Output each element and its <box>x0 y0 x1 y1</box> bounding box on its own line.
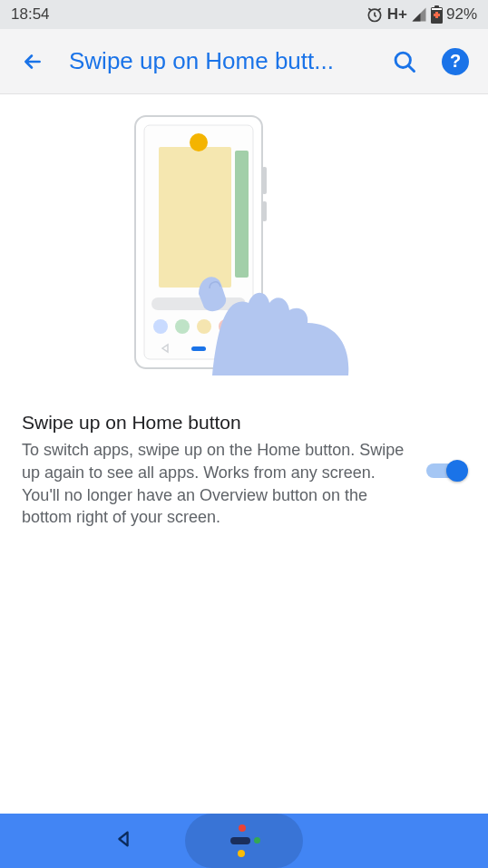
svg-rect-2 <box>434 5 439 8</box>
svg-point-17 <box>197 319 211 334</box>
nav-home-assistant-button[interactable] <box>185 814 303 868</box>
setting-text: Swipe up on Home button To switch apps, … <box>22 412 405 529</box>
svg-point-16 <box>175 319 190 334</box>
signal-icon <box>411 6 427 23</box>
alarm-icon <box>366 5 384 24</box>
svg-rect-19 <box>191 346 206 351</box>
assistant-icon <box>226 824 262 857</box>
content: Swipe up on Home button To switch apps, … <box>0 94 488 529</box>
page-title: Swipe up on Home butt... <box>69 47 368 75</box>
search-button[interactable] <box>390 47 419 76</box>
svg-rect-9 <box>262 167 267 194</box>
nav-bar <box>0 814 488 868</box>
network-label: H+ <box>387 5 407 24</box>
svg-rect-3 <box>432 8 442 10</box>
help-button[interactable]: ? <box>441 47 470 76</box>
nav-back-icon <box>113 829 133 849</box>
status-bar: 18:54 H+ 92% <box>0 0 488 29</box>
arrow-back-icon <box>21 50 44 73</box>
svg-rect-11 <box>159 147 231 288</box>
svg-rect-10 <box>262 201 267 221</box>
svg-point-13 <box>190 133 208 151</box>
battery-icon <box>431 5 443 24</box>
svg-point-15 <box>153 319 168 334</box>
nav-back-button[interactable] <box>113 829 133 853</box>
illustration <box>0 112 488 375</box>
search-icon <box>392 49 417 74</box>
setting-toggle[interactable] <box>426 463 466 478</box>
toggle-knob-icon <box>446 460 468 482</box>
svg-rect-12 <box>235 151 249 278</box>
setting-description: To switch apps, swipe up on the Home but… <box>22 439 405 529</box>
app-bar: Swipe up on Home butt... ? <box>0 29 488 94</box>
status-time: 18:54 <box>11 5 50 24</box>
battery-pct: 92% <box>446 5 477 24</box>
phone-gesture-illustration-icon <box>126 112 362 375</box>
setting-row[interactable]: Swipe up on Home button To switch apps, … <box>0 412 488 529</box>
help-icon: ? <box>442 48 469 75</box>
back-button[interactable] <box>18 47 47 76</box>
svg-rect-5 <box>434 14 440 16</box>
status-right: H+ 92% <box>366 5 477 24</box>
setting-title: Swipe up on Home button <box>22 412 405 434</box>
